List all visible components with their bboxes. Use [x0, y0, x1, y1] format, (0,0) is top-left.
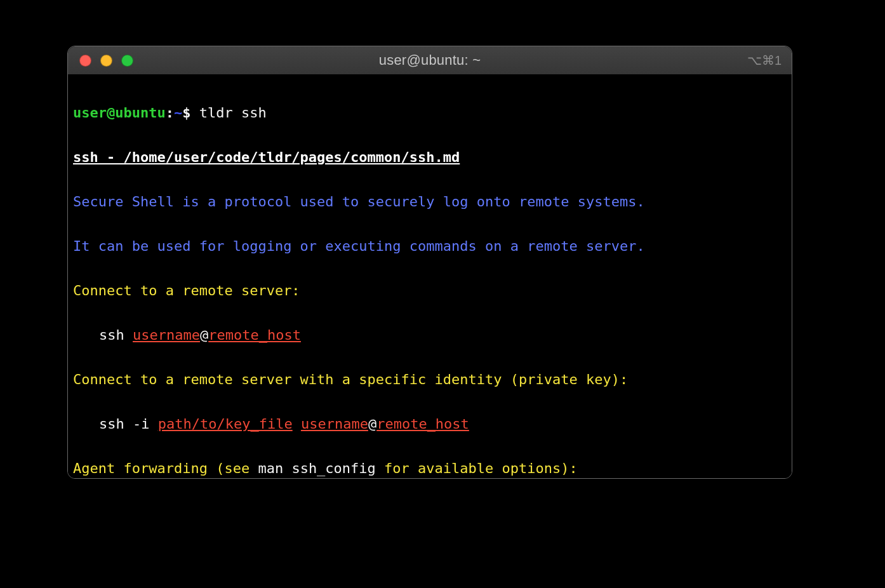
window-titlebar[interactable]: user@ubuntu: ~ ⌥⌘1 [68, 46, 792, 74]
minimize-button[interactable] [100, 55, 112, 67]
example-3-title-a: Agent forwarding (see [73, 460, 258, 476]
example-2-username: username [301, 416, 368, 432]
typed-command: tldr ssh [199, 105, 267, 121]
prompt-line-1: user@ubuntu:~$ tldr ssh [73, 102, 787, 124]
example-1-host: remote_host [208, 327, 301, 343]
terminal-body[interactable]: user@ubuntu:~$ tldr ssh ssh - /home/user… [68, 74, 792, 478]
tab-shortcut-indicator: ⌥⌘1 [747, 53, 782, 68]
page-header-1: ssh - /home/user/code/tldr/pages/common/… [73, 149, 460, 165]
example-2-keyfile: path/to/key_file [158, 416, 293, 432]
maximize-button[interactable] [121, 55, 133, 67]
example-3-man-ref: man ssh_config [258, 460, 375, 476]
example-1-title: Connect to a remote server: [73, 283, 300, 298]
example-2-cmd-prefix: ssh -i [99, 416, 158, 432]
terminal-window: user@ubuntu: ~ ⌥⌘1 user@ubuntu:~$ tldr s… [67, 46, 792, 479]
prompt-symbol: $ [182, 105, 190, 121]
page-desc-1a: Secure Shell is a protocol used to secur… [73, 194, 645, 210]
example-1-username: username [133, 327, 200, 343]
example-2-title: Connect to a remote server with a specif… [73, 371, 628, 387]
example-1-cmd-prefix: ssh [99, 327, 133, 343]
prompt-path: ~ [174, 105, 182, 121]
example-2-host: remote_host [376, 416, 469, 432]
traffic-lights [79, 55, 133, 67]
close-button[interactable] [79, 55, 91, 67]
page-desc-1b: It can be used for logging or executing … [73, 238, 645, 254]
window-title: user@ubuntu: ~ [68, 52, 792, 69]
prompt-user-host: user@ubuntu [73, 105, 166, 121]
example-3-title-b: for available options): [376, 460, 578, 476]
